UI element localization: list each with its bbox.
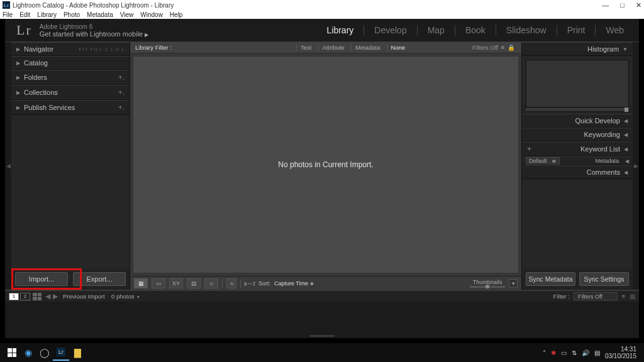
panel-navigator[interactable]: ▶ Navigator FIT FILL 1:1 3:1 — [11, 42, 130, 56]
tray-input-icon[interactable]: ▤ — [594, 349, 600, 356]
menu-view[interactable]: View — [120, 11, 134, 18]
module-library[interactable]: Library — [323, 25, 358, 35]
start-button[interactable] — [4, 344, 20, 361]
panel-collections[interactable]: ▶ Collections +. — [11, 85, 130, 100]
clock-date: 03/10/2015 — [605, 353, 636, 359]
filter-attribute[interactable]: Attribute — [318, 44, 348, 51]
left-panel: ▶ Navigator FIT FILL 1:1 3:1 ▶ Catalog ▶… — [11, 42, 130, 290]
filter-preset-menu-icon[interactable]: ≑ — [621, 293, 626, 299]
panel-histogram[interactable]: Histogram ▼ — [522, 42, 633, 56]
thumbnail-size-slider[interactable] — [470, 286, 505, 288]
loupe-view-button[interactable]: ▭ — [152, 278, 165, 288]
metadata-preset-select[interactable]: Default ≑ — [526, 157, 560, 165]
taskbar-app-explorer[interactable]: ▇ — [69, 344, 86, 361]
brand-chevron-icon[interactable]: ▶ — [145, 32, 148, 38]
disclosure-icon: ◀ — [625, 158, 629, 164]
module-web[interactable]: Web — [602, 25, 628, 35]
comments-label: Comments — [587, 168, 620, 176]
toolbar-menu-button[interactable]: ▾ — [509, 279, 518, 288]
source-label[interactable]: Previous Import — [63, 293, 105, 300]
tray-av-icon[interactable]: ✱ — [551, 349, 556, 356]
screen-switcher[interactable]: 1 2 — [9, 293, 30, 300]
taskbar[interactable]: ◉ ◯ Lr ▇ ˄ ✱ ▭ ⇅ 🔊 ▤ 14:31 03/10/2015 — [0, 343, 644, 362]
taskbar-clock[interactable]: 14:31 03/10/2015 — [605, 346, 640, 359]
filmstrip-info-bar: 1 2 ◀ ▶ Previous Import 0 photos ▼ Filte… — [5, 290, 639, 302]
module-slideshow[interactable]: Slideshow — [502, 25, 550, 35]
panel-keywording[interactable]: Keywording ◀ — [522, 128, 633, 141]
module-map[interactable]: Map — [424, 25, 448, 35]
brand-line2[interactable]: Get started with Lightroom mobile — [40, 30, 143, 38]
sort-direction-button[interactable]: a↔z — [245, 278, 255, 288]
filter-lock-icon[interactable]: 🔒 — [508, 44, 515, 51]
filter-lock-icon[interactable]: ▦ — [630, 293, 635, 300]
nav-back-icon[interactable]: ◀ — [45, 292, 50, 300]
module-print[interactable]: Print — [564, 25, 589, 35]
filter-metadata[interactable]: Metadata — [351, 44, 384, 51]
second-display-button[interactable]: 2 — [20, 293, 30, 300]
filmstrip[interactable] — [5, 302, 639, 333]
menu-photo[interactable]: Photo — [64, 11, 80, 18]
menu-bar: File Edit Library Photo Metadata View Wi… — [0, 10, 644, 19]
menu-help[interactable]: Help — [170, 11, 183, 18]
menu-file[interactable]: File — [3, 11, 13, 18]
main-display-button[interactable]: 1 — [9, 293, 19, 300]
filters-off-toggle[interactable]: Filters Off — [472, 44, 498, 51]
import-button[interactable]: Import... — [15, 272, 68, 286]
module-develop[interactable]: Develop — [370, 25, 410, 35]
window-close-button[interactable]: ✕ — [636, 1, 641, 9]
panel-folders[interactable]: ▶ Folders +. — [11, 70, 130, 85]
sync-metadata-button[interactable]: Sync Metadata — [526, 272, 575, 286]
menu-edit[interactable]: Edit — [19, 11, 30, 18]
filter-none[interactable]: None — [387, 44, 409, 51]
export-button[interactable]: Export... — [73, 272, 126, 286]
histogram-slider[interactable] — [522, 105, 633, 114]
grid-view[interactable]: No photos in Current Import. — [133, 56, 519, 273]
add-publish-icon[interactable]: +. — [118, 103, 125, 112]
filter-menu-icon[interactable]: ≑ — [501, 45, 505, 50]
navigator-levels[interactable]: FIT FILL 1:1 3:1 — [79, 47, 125, 52]
panel-catalog[interactable]: ▶ Catalog — [11, 56, 130, 70]
grid-icon[interactable] — [33, 293, 42, 300]
painter-tool-button[interactable]: ⎋ — [226, 278, 236, 288]
tray-network-icon[interactable]: ▭ — [561, 349, 567, 356]
taskbar-app-chrome[interactable]: ◯ — [36, 344, 53, 361]
disclosure-icon: ◀ — [624, 170, 628, 175]
tray-volume-icon[interactable]: 🔊 — [582, 349, 589, 356]
filmstrip-handle[interactable] — [5, 333, 639, 338]
panel-metadata[interactable]: Default ≑ Metadata ◀ — [522, 156, 633, 165]
tray-up-icon[interactable]: ˄ — [543, 349, 546, 356]
add-collection-icon[interactable]: +. — [118, 88, 125, 97]
disclosure-icon: ▶ — [16, 47, 20, 52]
sync-settings-button[interactable]: Sync Settings — [579, 272, 629, 286]
panel-comments[interactable]: Comments ◀ — [522, 165, 633, 179]
filmstrip-filter-label: Filter : — [553, 293, 570, 300]
add-keyword-icon[interactable]: + — [527, 145, 531, 153]
disclosure-icon: ◀ — [624, 118, 628, 124]
add-folder-icon[interactable]: +. — [118, 73, 125, 82]
panel-publish-services[interactable]: ▶ Publish Services +. — [11, 100, 130, 115]
left-edge-collapse[interactable]: ◀ — [5, 42, 11, 290]
survey-view-button[interactable]: ▤ — [187, 278, 201, 288]
nav-forward-icon[interactable]: ▶ — [53, 292, 58, 300]
disclosure-icon: ◀ — [624, 132, 628, 138]
right-edge-collapse[interactable]: ▶ — [633, 42, 639, 290]
window-maximize-button[interactable]: □ — [620, 1, 625, 9]
module-book[interactable]: Book — [462, 25, 489, 35]
taskbar-app-edge[interactable]: ◉ — [20, 344, 36, 361]
disclosure-icon: ▶ — [16, 105, 20, 111]
menu-window[interactable]: Window — [140, 11, 163, 18]
menu-metadata[interactable]: Metadata — [87, 11, 113, 18]
panel-quick-develop[interactable]: Quick Develop ◀ — [522, 114, 633, 128]
tray-wifi-icon[interactable]: ⇅ — [572, 349, 577, 356]
disclosure-icon: ▼ — [623, 47, 628, 52]
window-minimize-button[interactable]: — — [602, 1, 609, 9]
panel-keyword-list[interactable]: + Keyword List ◀ — [522, 141, 633, 156]
grid-view-button[interactable]: ▦ — [134, 278, 148, 288]
compare-view-button[interactable]: XY — [169, 278, 183, 288]
taskbar-app-lightroom[interactable]: Lr — [53, 344, 69, 361]
menu-library[interactable]: Library — [37, 11, 57, 18]
filmstrip-filter-value[interactable]: Filters Off — [574, 292, 618, 300]
filter-text[interactable]: Text — [296, 44, 315, 51]
people-view-button[interactable]: ☺ — [204, 278, 218, 288]
sort-value[interactable]: Capture Time ≑ — [274, 280, 314, 287]
